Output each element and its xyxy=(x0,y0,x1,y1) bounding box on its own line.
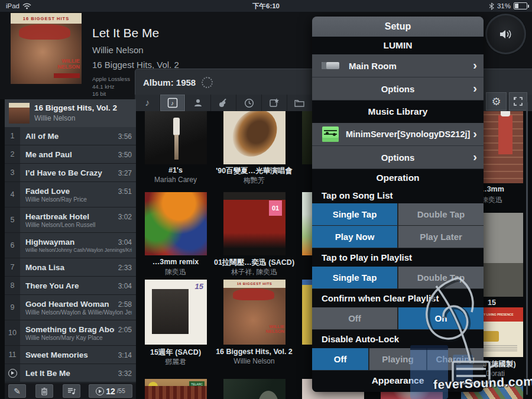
music-server-row[interactable]: MinimServer[SynologyDS212j] › xyxy=(312,123,484,146)
lumin-device-icon xyxy=(322,62,339,69)
album-title: 15週年 (SACD) xyxy=(134,348,217,358)
cover-text: 16 BIGGEST HITS xyxy=(223,280,286,288)
album-cover[interactable]: TELARC xyxy=(145,379,207,399)
album-title: '90百變夏…光華演唱會 xyxy=(213,166,296,176)
guitar-icon xyxy=(218,98,229,108)
track-row[interactable]: 9 Good Hearted Woman2:58 Willie Nelson/W… xyxy=(5,295,136,320)
album-title: …3mm remix xyxy=(134,258,217,266)
segment-tap-song: Single Tap Double Tap xyxy=(312,203,484,226)
album-grid-icon: ♪ xyxy=(167,98,178,108)
chevron-right-icon: › xyxy=(473,82,477,94)
album-artist: Mariah Carey xyxy=(134,176,217,184)
album-artist: 梅艷芳 xyxy=(213,176,296,186)
now-playing-cover-art[interactable]: 16 BIGGEST HITS WILLIE NELSON xyxy=(11,13,82,84)
track-row[interactable]: 11 Sweet Memories3:14 xyxy=(5,346,136,364)
album-cover[interactable] xyxy=(145,192,207,255)
track-row[interactable]: 6 Highwayman3:04 Willie Nelson/Johnny Ca… xyxy=(5,233,136,258)
playlist-album-title: 16 Biggest Hits, Vol. 2 xyxy=(34,103,117,112)
tab-artists[interactable] xyxy=(186,95,211,111)
album-title: #1's xyxy=(134,166,217,174)
settings-button[interactable]: ⚙ xyxy=(486,92,507,111)
play-icon xyxy=(96,387,104,395)
volume-knob[interactable] xyxy=(485,14,526,54)
album-cover[interactable] xyxy=(223,379,286,399)
edit-icon: ✎ xyxy=(14,387,21,396)
track-row[interactable]: 3 I’d Have to Be Crazy3:27 xyxy=(5,164,136,182)
playlist-note-icon xyxy=(67,387,76,395)
chevron-right-icon: › xyxy=(473,128,477,140)
lumin-options-row[interactable]: Options › xyxy=(312,77,484,100)
now-playing-artist: Willie Nelson xyxy=(92,45,144,55)
option-on[interactable]: On xyxy=(398,307,484,329)
clear-playlist-button[interactable] xyxy=(35,384,53,398)
option-play-now[interactable]: Play Now xyxy=(312,226,397,248)
cover-text: 01 xyxy=(269,200,282,216)
clock-time: 下午6:10 xyxy=(0,2,532,11)
cover-volume-strip xyxy=(54,73,80,78)
option-off[interactable]: Off xyxy=(312,348,368,370)
playlist-toolbar: ✎ 12 /55 xyxy=(5,383,136,399)
fullscreen-button[interactable] xyxy=(509,92,527,111)
section-lumin: LUMIN xyxy=(312,37,484,54)
option-off[interactable]: Off xyxy=(312,307,397,329)
tab-songs[interactable]: ♪ xyxy=(135,95,160,111)
option-double-tap[interactable]: Double Tap xyxy=(398,203,484,225)
save-playlist-button[interactable] xyxy=(63,384,80,398)
track-row[interactable]: 5 Heartbreak Hotel3:02 Willie Nelson/Leo… xyxy=(5,207,136,233)
setup-title: Setup xyxy=(312,17,484,37)
fullscreen-icon xyxy=(513,96,523,106)
option-single-tap[interactable]: Single Tap xyxy=(312,267,397,288)
lumin-app-screen: iPad 下午6:10 31% 16 BIGGEST HITS WILLIE N… xyxy=(0,0,532,399)
battery-icon xyxy=(514,2,527,9)
segment-tap-playlist: Single Tap Double Tap xyxy=(312,267,484,289)
album-title: 01拉闊壓…奕迅 (SACD) xyxy=(213,258,296,268)
segment-play-mode: Play Now Play Later xyxy=(312,226,484,248)
library-options-row[interactable]: Options › xyxy=(312,146,484,169)
track-row[interactable]: 8 There You Are3:04 xyxy=(5,277,136,295)
label-disable-auto-lock: Disable Auto-Lock xyxy=(312,330,484,348)
track-row-playing[interactable]: Let It Be Me3:32 xyxy=(5,364,136,382)
svg-text:♪: ♪ xyxy=(171,100,174,106)
segment-confirm-clear: Off On xyxy=(312,307,484,330)
lumin-device-row[interactable]: Main Room › xyxy=(312,54,484,77)
track-row[interactable]: 2 Me and Paul3:50 xyxy=(5,145,136,164)
track-rows: 1 All of Me3:56 2 Me and Paul3:50 3 I’d … xyxy=(5,127,136,382)
album-artist: Willie Nelson xyxy=(213,357,296,365)
option-double-tap[interactable]: Double Tap xyxy=(398,267,484,288)
scrollbar[interactable] xyxy=(526,102,528,395)
tab-recent[interactable] xyxy=(236,95,262,111)
option-single-tap[interactable]: Single Tap xyxy=(312,203,397,225)
album-cover[interactable]: 01 xyxy=(223,192,286,255)
clock-icon xyxy=(244,98,254,108)
album-cover[interactable]: 15 xyxy=(145,280,207,345)
section-operation: Operation xyxy=(312,169,484,187)
option-charging[interactable]: Charging xyxy=(427,348,484,370)
track-row[interactable]: 4 Faded Love3:51 Willie Nelson/Ray Price xyxy=(5,182,136,207)
section-music-library: Music Library xyxy=(312,100,484,123)
setup-popover: Setup LUMIN Main Room › Options › Music … xyxy=(312,17,484,392)
track-row[interactable]: 1 All of Me3:56 xyxy=(5,127,136,145)
option-playing[interactable]: Playing xyxy=(369,348,426,370)
track-row[interactable]: 7 Mona Lisa2:33 xyxy=(5,258,136,277)
cover-text: WILLIE NELSON xyxy=(262,325,284,334)
tab-folders[interactable] xyxy=(287,95,313,111)
album-cover[interactable]: 16 BIGGEST HITS WILLIE NELSON xyxy=(223,280,286,345)
tab-albums-selected[interactable]: ♪ xyxy=(160,95,186,111)
export-star-icon xyxy=(269,98,280,108)
queue-current: 12 xyxy=(106,387,115,396)
person-icon xyxy=(193,98,203,108)
option-play-later[interactable]: Play Later xyxy=(398,226,484,248)
label-confirm-when-clear-playlist: Confirm when Clear Playlist xyxy=(312,289,484,307)
gear-icon: ⚙ xyxy=(491,95,501,108)
loading-spinner xyxy=(200,75,215,89)
queue-counter-button[interactable]: 12 /55 xyxy=(89,384,132,398)
playlist-album-artist: Willie Nelson xyxy=(34,114,75,122)
track-row[interactable]: 10 Something to Brag About2:05 Willie Ne… xyxy=(5,320,136,346)
album-artist: 鄧麗君 xyxy=(134,357,217,367)
playlist-album-thumb xyxy=(9,103,30,124)
tab-composers[interactable] xyxy=(211,95,236,111)
edit-playlist-button[interactable]: ✎ xyxy=(8,384,26,398)
section-appearance: Appearance xyxy=(312,371,484,390)
playlist-header[interactable]: 16 Biggest Hits, Vol. 2 Willie Nelson xyxy=(5,99,136,128)
tab-favorites[interactable] xyxy=(262,95,287,111)
